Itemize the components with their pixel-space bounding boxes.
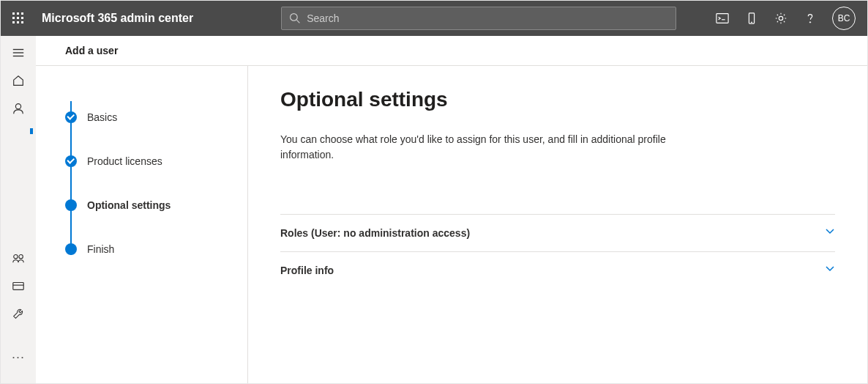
search-input[interactable] (307, 12, 668, 24)
svg-rect-1 (17, 12, 19, 15)
svg-point-20 (15, 104, 20, 109)
step-optional-settings[interactable]: Optional settings (65, 183, 230, 227)
home-icon[interactable] (11, 74, 26, 87)
expander-label: Roles (User: no administration access) (280, 227, 470, 239)
step-product-licenses[interactable]: Product licenses (65, 139, 230, 183)
svg-rect-8 (21, 21, 23, 23)
groups-icon[interactable] (11, 251, 26, 265)
hamburger-icon[interactable] (11, 46, 26, 59)
more-icon[interactable]: ··· (12, 350, 25, 365)
users-icon[interactable] (11, 102, 26, 115)
svg-point-22 (19, 255, 23, 259)
step-finish[interactable]: Finish (65, 227, 230, 271)
page-subtitle: You can choose what role you'd like to a… (280, 132, 690, 163)
settings-icon[interactable] (774, 11, 788, 26)
step-label: Basics (87, 111, 117, 123)
svg-rect-11 (717, 14, 728, 23)
svg-rect-2 (21, 12, 23, 15)
svg-line-10 (297, 20, 300, 23)
left-nav: ··· (1, 36, 36, 384)
svg-point-9 (291, 14, 298, 21)
expander-label: Profile info (280, 265, 334, 276)
svg-rect-0 (12, 12, 15, 15)
help-icon[interactable] (803, 11, 818, 26)
check-icon (65, 111, 77, 123)
app-launcher-button[interactable] (1, 1, 36, 36)
stepper-line (70, 101, 72, 255)
step-label: Product licenses (87, 155, 162, 167)
step-label: Optional settings (87, 199, 171, 211)
svg-rect-7 (17, 21, 19, 23)
svg-point-16 (809, 22, 810, 23)
step-basics[interactable]: Basics (65, 95, 230, 139)
shell-icon[interactable] (715, 11, 730, 26)
billing-icon[interactable] (11, 279, 26, 292)
wizard-stepper: Basics Product licenses Optional setting… (36, 66, 248, 384)
search-box[interactable] (281, 7, 676, 30)
svg-point-21 (14, 255, 18, 259)
panel-title: Add a user (36, 36, 867, 66)
chevron-down-icon (825, 264, 835, 277)
check-icon (65, 155, 77, 167)
page-heading: Optional settings (280, 88, 835, 111)
svg-rect-6 (12, 21, 15, 23)
chevron-down-icon (825, 226, 835, 240)
svg-rect-5 (21, 17, 23, 19)
setup-icon[interactable] (11, 307, 26, 320)
current-step-icon (65, 199, 77, 211)
nav-active-indicator (30, 128, 33, 134)
svg-rect-4 (17, 17, 19, 19)
svg-rect-3 (12, 17, 15, 19)
svg-rect-23 (13, 283, 23, 290)
step-label: Finish (87, 243, 114, 255)
expander-roles[interactable]: Roles (User: no administration access) (280, 214, 835, 251)
top-bar: Microsoft 365 admin center BC (1, 1, 867, 36)
app-title: Microsoft 365 admin center (42, 12, 193, 25)
mobile-icon[interactable] (744, 11, 759, 26)
svg-point-15 (779, 16, 782, 20)
account-avatar[interactable]: BC (832, 7, 856, 30)
expander-profile-info[interactable]: Profile info (280, 251, 835, 289)
pending-step-icon (65, 243, 77, 255)
